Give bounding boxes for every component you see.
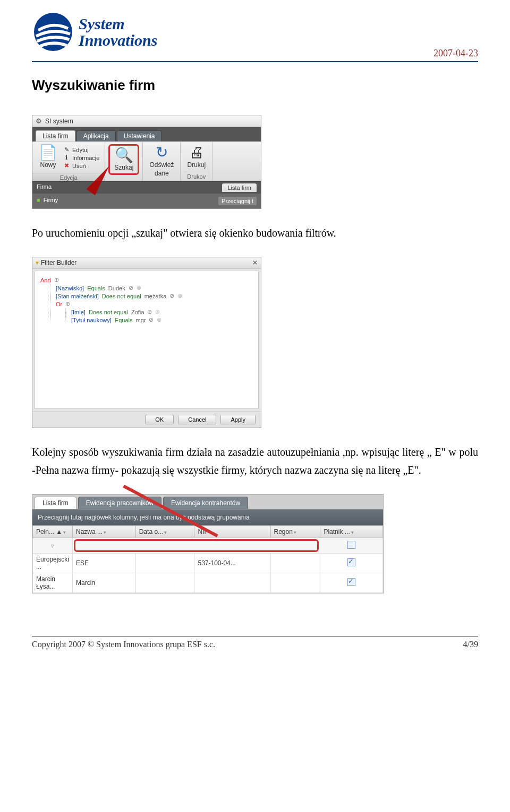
filter-or[interactable]: Or (56, 301, 62, 307)
screenshot-filter-builder: ▾ Filter Builder ✕ And⊕ [Nazwisko] Equal… (32, 257, 261, 428)
copyright: Copyright 2007 © System Innovations grup… (32, 640, 215, 649)
tab-ustawienia[interactable]: Ustawienia (117, 130, 162, 141)
logo-text: System Innovations (79, 15, 157, 49)
document-header: System Innovations 2007-04-23 (32, 11, 478, 62)
platnik-checkbox[interactable] (347, 558, 355, 566)
tree-icon: ■ (37, 197, 40, 205)
logo-globe-icon (32, 11, 74, 53)
col-regon[interactable]: Regon▾ (270, 526, 320, 538)
filter-rule-2[interactable]: [Stan małżeński] Does not equal mężatka … (56, 292, 253, 299)
col-data[interactable]: Data o...▾ (135, 526, 194, 538)
paragraph-2: Kolejny sposób wyszukiwania firm działa … (32, 443, 478, 479)
edytuj-button[interactable]: ✎Edytuj (63, 146, 89, 153)
new-file-icon: 📄 (39, 145, 57, 160)
window-title: SI system (45, 118, 73, 125)
document-date: 2007-04-23 (434, 48, 478, 59)
filter-row[interactable]: ▿ (33, 538, 383, 554)
col-nazwa[interactable]: Nazwa ...▾ (73, 526, 136, 538)
tab-lista-firm-grid[interactable]: Lista firm (35, 497, 76, 509)
tab-ewidencja-kontrahentow[interactable]: Ewidencja kontrahentów (163, 497, 248, 509)
gear-icon: ⚙ (36, 117, 42, 125)
apply-button[interactable]: Apply (220, 415, 256, 424)
group-label-drukow: Drukov (184, 172, 209, 180)
window-titlebar: ⚙ SI system (32, 115, 261, 127)
ok-button[interactable]: OK (145, 415, 174, 424)
filter-rule-4[interactable]: [Tytuł naukowy] Equals mgr ⊘⊗ (71, 316, 253, 323)
drukuj-button[interactable]: 🖨 Drukuj (184, 144, 209, 170)
tab-lista-firm[interactable]: Lista firm (36, 130, 75, 141)
filter-icon: ▾ (36, 259, 39, 266)
filter-checkbox[interactable] (347, 541, 355, 549)
odswiez-button[interactable]: ↻ Odśwież dane (146, 144, 177, 178)
tab-aplikacja[interactable]: Aplikacja (76, 130, 116, 141)
edit-icon: ✎ (63, 146, 70, 153)
info-icon: ℹ (63, 154, 70, 161)
szukaj-button[interactable]: 🔍 Szukaj (111, 147, 137, 172)
filter-input-highlight[interactable] (74, 539, 319, 552)
col-platnik[interactable]: Płatnik ...▾ (320, 526, 383, 538)
subtab-lista-firm[interactable]: Lista firm (222, 183, 257, 192)
data-grid: Pełn... ▲▾ Nazwa ...▾ Data o...▾ NIP▾ Re… (32, 525, 383, 593)
platnik-checkbox[interactable] (347, 578, 355, 586)
informacje-button[interactable]: ℹInformacje (63, 154, 99, 161)
page-footer: Copyright 2007 © System Innovations grup… (32, 636, 478, 649)
table-row[interactable]: Europejscki ... ESF 537-100-04... (33, 554, 383, 573)
sidebar-header-firma: Firma (37, 183, 52, 192)
usun-button[interactable]: ✖Usuń (63, 162, 86, 169)
funnel-icon: ▿ (51, 542, 54, 549)
szukaj-highlight: 🔍 Szukaj (108, 144, 139, 175)
drag-hint: Przeciągnij t (218, 197, 257, 205)
sidebar-item-firmy[interactable]: Firmy (44, 197, 215, 205)
col-pelna[interactable]: Pełn... ▲▾ (33, 526, 73, 538)
refresh-icon: ↻ (156, 145, 168, 160)
table-row[interactable]: Marcin Łysa... Marcin (33, 573, 383, 593)
delete-icon: ✖ (63, 162, 70, 169)
cancel-button[interactable]: Cancel (178, 415, 216, 424)
print-icon: 🖨 (189, 145, 204, 160)
paragraph-1: Po uruchomieniu opcji „szukaj" otwiera s… (32, 224, 478, 242)
logo: System Innovations (32, 11, 157, 53)
group-by-bar[interactable]: Przeciągnij tutaj nagłówek kolumny, jeśl… (32, 509, 383, 525)
main-tabs: Lista firm Aplikacja Ustawienia (32, 127, 261, 141)
filter-rule-1[interactable]: [Nazwisko] Equals Dudek ⊘⊗ (56, 284, 253, 291)
filter-rule-3[interactable]: [Imię] Does not equal Zofia ⊘⊗ (71, 308, 253, 315)
close-icon[interactable]: ✕ (252, 259, 258, 266)
page-number: 4/39 (463, 640, 478, 649)
search-icon: 🔍 (115, 148, 133, 163)
filter-root-and[interactable]: And (40, 277, 51, 283)
filter-builder-title: Filter Builder (41, 259, 76, 266)
section-title: Wyszukiwanie firm (32, 77, 478, 94)
screenshot-grid: Lista firm Ewidencja pracowników Ewidenc… (32, 494, 384, 593)
ribbon: 📄 Nowy ✎Edytuj ℹInformacje ✖Usuń Edycja … (32, 141, 261, 181)
screenshot-toolbar: ⚙ SI system Lista firm Aplikacja Ustawie… (32, 115, 261, 209)
add-condition-icon[interactable]: ⊕ (54, 277, 59, 283)
